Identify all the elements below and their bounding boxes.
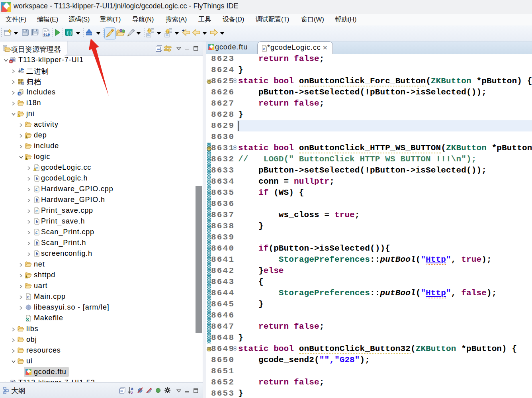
- svg-text:h: h: [19, 92, 21, 96]
- svg-text:h: h: [36, 220, 38, 224]
- svg-text:c: c: [27, 295, 29, 299]
- svg-text:010: 010: [43, 33, 50, 37]
- svg-text:c: c: [14, 57, 16, 60]
- svg-text:h: h: [36, 241, 38, 245]
- svg-text:{}: {}: [66, 30, 72, 36]
- svg-text:01: 01: [21, 71, 24, 74]
- svg-text:c: c: [35, 230, 38, 235]
- svg-text:h: h: [36, 198, 38, 202]
- svg-text:z: z: [131, 390, 133, 395]
- svg-text:h: h: [36, 176, 38, 181]
- svg-text:h: h: [36, 252, 38, 256]
- svg-text:c: c: [263, 47, 265, 51]
- svg-text:c: c: [35, 209, 38, 213]
- svg-text:c: c: [35, 187, 38, 192]
